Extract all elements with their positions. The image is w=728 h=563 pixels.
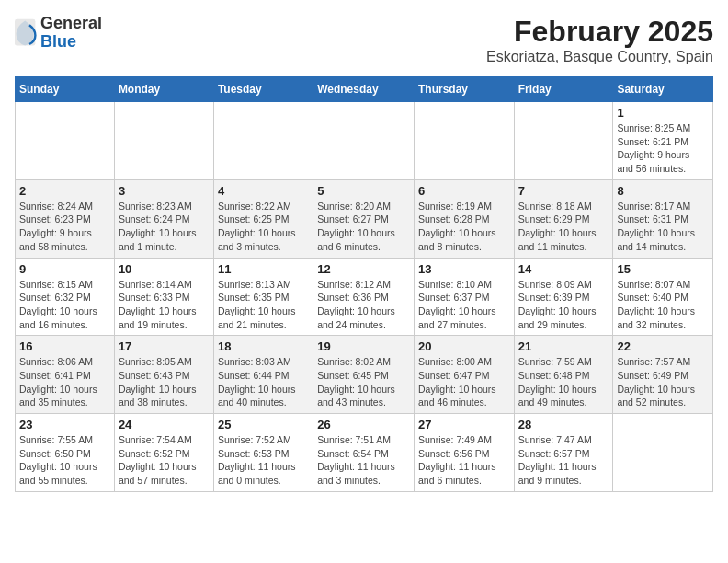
day-number: 4 (218, 184, 309, 198)
day-info: Sunrise: 8:06 AM Sunset: 6:41 PM Dayligh… (19, 355, 110, 409)
title-block: February 2025 Eskoriatza, Basque Country… (486, 15, 713, 65)
calendar-cell: 25Sunrise: 7:52 AM Sunset: 6:53 PM Dayli… (213, 414, 313, 492)
calendar-cell: 26Sunrise: 7:51 AM Sunset: 6:54 PM Dayli… (313, 414, 415, 492)
calendar-cell (213, 102, 313, 180)
weekday-header: Sunday (16, 77, 115, 102)
logo-general: General (40, 15, 102, 33)
day-number: 10 (119, 262, 210, 276)
day-number: 28 (518, 418, 609, 431)
day-number: 1 (617, 106, 709, 120)
calendar-week-row: 23Sunrise: 7:55 AM Sunset: 6:50 PM Dayli… (16, 414, 713, 492)
day-info: Sunrise: 8:23 AM Sunset: 6:24 PM Dayligh… (119, 200, 210, 254)
calendar-cell: 1Sunrise: 8:25 AM Sunset: 6:21 PM Daylig… (613, 102, 713, 180)
day-info: Sunrise: 7:57 AM Sunset: 6:49 PM Dayligh… (617, 355, 709, 409)
day-number: 13 (418, 262, 510, 276)
day-number: 24 (119, 418, 210, 431)
day-info: Sunrise: 8:03 AM Sunset: 6:44 PM Dayligh… (218, 355, 309, 409)
day-info: Sunrise: 8:14 AM Sunset: 6:33 PM Dayligh… (119, 278, 210, 332)
calendar-cell (16, 102, 115, 180)
day-info: Sunrise: 7:47 AM Sunset: 6:57 PM Dayligh… (518, 433, 609, 488)
day-info: Sunrise: 7:52 AM Sunset: 6:53 PM Dayligh… (218, 433, 309, 488)
calendar-cell: 11Sunrise: 8:13 AM Sunset: 6:35 PM Dayli… (213, 258, 313, 336)
calendar-cell: 4Sunrise: 8:22 AM Sunset: 6:25 PM Daylig… (213, 179, 313, 258)
weekday-header: Saturday (613, 77, 713, 102)
day-info: Sunrise: 8:24 AM Sunset: 6:23 PM Dayligh… (19, 200, 110, 254)
day-number: 20 (418, 339, 510, 353)
calendar-cell: 23Sunrise: 7:55 AM Sunset: 6:50 PM Dayli… (16, 414, 115, 492)
calendar-cell (414, 102, 514, 180)
calendar-cell: 3Sunrise: 8:23 AM Sunset: 6:24 PM Daylig… (114, 179, 213, 258)
day-info: Sunrise: 8:25 AM Sunset: 6:21 PM Dayligh… (617, 121, 709, 176)
day-info: Sunrise: 8:12 AM Sunset: 6:36 PM Dayligh… (317, 278, 410, 332)
day-number: 14 (518, 262, 609, 276)
day-info: Sunrise: 8:17 AM Sunset: 6:31 PM Dayligh… (617, 200, 709, 254)
day-number: 25 (218, 418, 309, 431)
weekday-header: Monday (114, 77, 213, 102)
calendar-cell: 28Sunrise: 7:47 AM Sunset: 6:57 PM Dayli… (514, 414, 613, 492)
day-info: Sunrise: 8:20 AM Sunset: 6:27 PM Dayligh… (317, 200, 410, 254)
calendar-cell: 9Sunrise: 8:15 AM Sunset: 6:32 PM Daylig… (16, 258, 115, 336)
day-info: Sunrise: 8:07 AM Sunset: 6:40 PM Dayligh… (617, 278, 709, 332)
day-number: 19 (317, 339, 410, 353)
calendar-cell: 20Sunrise: 8:00 AM Sunset: 6:47 PM Dayli… (414, 336, 514, 414)
day-info: Sunrise: 7:54 AM Sunset: 6:52 PM Dayligh… (119, 433, 210, 488)
day-info: Sunrise: 8:10 AM Sunset: 6:37 PM Dayligh… (418, 278, 510, 332)
day-number: 27 (418, 418, 510, 431)
calendar-cell: 10Sunrise: 8:14 AM Sunset: 6:33 PM Dayli… (114, 258, 213, 336)
day-info: Sunrise: 8:18 AM Sunset: 6:29 PM Dayligh… (518, 200, 609, 254)
day-info: Sunrise: 7:55 AM Sunset: 6:50 PM Dayligh… (19, 433, 110, 488)
day-info: Sunrise: 8:15 AM Sunset: 6:32 PM Dayligh… (19, 278, 110, 332)
logo-blue: Blue (40, 33, 102, 52)
day-info: Sunrise: 8:00 AM Sunset: 6:47 PM Dayligh… (418, 355, 510, 409)
day-info: Sunrise: 8:02 AM Sunset: 6:45 PM Dayligh… (317, 355, 410, 409)
calendar-title: February 2025 (486, 15, 713, 49)
calendar-week-row: 2Sunrise: 8:24 AM Sunset: 6:23 PM Daylig… (16, 179, 713, 258)
day-info: Sunrise: 7:51 AM Sunset: 6:54 PM Dayligh… (317, 433, 410, 488)
day-info: Sunrise: 8:13 AM Sunset: 6:35 PM Dayligh… (218, 278, 309, 332)
calendar-cell: 7Sunrise: 8:18 AM Sunset: 6:29 PM Daylig… (514, 179, 613, 258)
calendar-cell: 8Sunrise: 8:17 AM Sunset: 6:31 PM Daylig… (613, 179, 713, 258)
day-number: 22 (617, 339, 709, 353)
calendar-cell: 22Sunrise: 7:57 AM Sunset: 6:49 PM Dayli… (613, 336, 713, 414)
day-number: 17 (119, 339, 210, 353)
calendar-cell: 27Sunrise: 7:49 AM Sunset: 6:56 PM Dayli… (414, 414, 514, 492)
calendar-cell: 24Sunrise: 7:54 AM Sunset: 6:52 PM Dayli… (114, 414, 213, 492)
calendar-cell: 14Sunrise: 8:09 AM Sunset: 6:39 PM Dayli… (514, 258, 613, 336)
day-number: 9 (19, 262, 110, 276)
calendar-week-row: 9Sunrise: 8:15 AM Sunset: 6:32 PM Daylig… (16, 258, 713, 336)
calendar-week-row: 1Sunrise: 8:25 AM Sunset: 6:21 PM Daylig… (16, 102, 713, 180)
day-info: Sunrise: 8:22 AM Sunset: 6:25 PM Dayligh… (218, 200, 309, 254)
calendar-cell: 13Sunrise: 8:10 AM Sunset: 6:37 PM Dayli… (414, 258, 514, 336)
weekday-header: Tuesday (213, 77, 313, 102)
day-info: Sunrise: 7:49 AM Sunset: 6:56 PM Dayligh… (418, 433, 510, 488)
calendar-cell: 18Sunrise: 8:03 AM Sunset: 6:44 PM Dayli… (213, 336, 313, 414)
day-number: 5 (317, 184, 410, 198)
day-number: 26 (317, 418, 410, 431)
day-info: Sunrise: 7:59 AM Sunset: 6:48 PM Dayligh… (518, 355, 609, 409)
calendar-cell: 12Sunrise: 8:12 AM Sunset: 6:36 PM Dayli… (313, 258, 415, 336)
day-info: Sunrise: 8:19 AM Sunset: 6:28 PM Dayligh… (418, 200, 510, 254)
calendar-cell: 6Sunrise: 8:19 AM Sunset: 6:28 PM Daylig… (414, 179, 514, 258)
weekday-header: Thursday (414, 77, 514, 102)
day-number: 12 (317, 262, 410, 276)
day-number: 18 (218, 339, 309, 353)
day-number: 7 (518, 184, 609, 198)
day-number: 2 (19, 184, 110, 198)
day-number: 8 (617, 184, 709, 198)
day-number: 21 (518, 339, 609, 353)
calendar-subtitle: Eskoriatza, Basque Country, Spain (486, 49, 713, 65)
calendar-cell: 19Sunrise: 8:02 AM Sunset: 6:45 PM Dayli… (313, 336, 415, 414)
calendar-cell: 2Sunrise: 8:24 AM Sunset: 6:23 PM Daylig… (16, 179, 115, 258)
calendar-cell (514, 102, 613, 180)
calendar-table: SundayMondayTuesdayWednesdayThursdayFrid… (15, 76, 713, 492)
day-info: Sunrise: 8:09 AM Sunset: 6:39 PM Dayligh… (518, 278, 609, 332)
day-number: 23 (19, 418, 110, 431)
calendar-cell: 16Sunrise: 8:06 AM Sunset: 6:41 PM Dayli… (16, 336, 115, 414)
calendar-cell (613, 414, 713, 492)
day-number: 3 (119, 184, 210, 198)
calendar-cell: 5Sunrise: 8:20 AM Sunset: 6:27 PM Daylig… (313, 179, 415, 258)
calendar-cell: 21Sunrise: 7:59 AM Sunset: 6:48 PM Dayli… (514, 336, 613, 414)
calendar-cell: 15Sunrise: 8:07 AM Sunset: 6:40 PM Dayli… (613, 258, 713, 336)
day-number: 11 (218, 262, 309, 276)
weekday-header: Friday (514, 77, 613, 102)
